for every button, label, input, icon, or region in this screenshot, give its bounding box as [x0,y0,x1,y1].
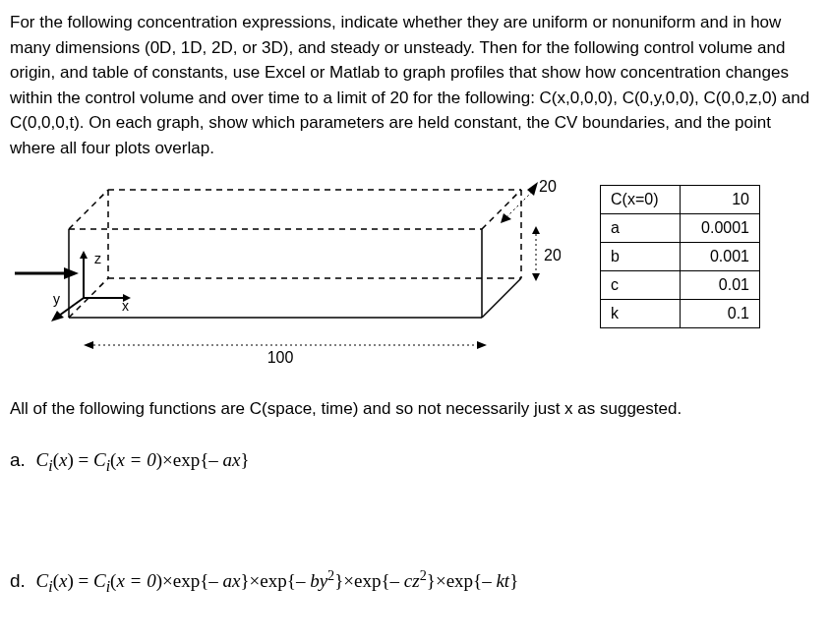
svg-line-23 [506,193,531,217]
eq-d-t4: kt [496,570,509,591]
const-value: 0.001 [681,243,760,271]
eq-d-rhs-c: C [93,570,106,591]
const-value: 10 [681,186,760,214]
svg-marker-13 [64,267,79,279]
eq-d-lhs-arg: x [59,570,67,591]
eq-a-rhs-sub: i [106,456,110,473]
eq-a-rhs-c: C [93,449,106,470]
table-row: C(x=0) 10 [601,186,760,214]
control-volume-diagram: 100 20 20 z x y [10,180,561,367]
svg-marker-25 [527,182,538,196]
const-value: 0.1 [681,300,760,328]
constants-table: C(x=0) 10 a 0.0001 b 0.001 c 0.01 k 0.1 [600,185,760,328]
equation-a: a. Ci(x) = Ci(x = 0)×exp{– ax} [10,446,820,478]
eq-d-lhs-sub: i [48,578,52,595]
eq-a-rhs-cond: x = 0 [116,449,155,470]
cv-box-icon: 100 20 20 z x y [10,180,561,367]
svg-line-9 [482,278,521,318]
svg-line-7 [69,190,108,229]
const-label: c [601,271,681,300]
svg-line-8 [482,190,521,229]
const-value: 0.0001 [681,214,760,243]
eq-a-label: a. [10,449,26,470]
x-axis-label: x [122,298,129,314]
svg-marker-22 [477,341,487,349]
eq-d-rhs-cond: x = 0 [116,570,155,591]
const-label: k [601,300,681,328]
dim-length-label: 100 [267,349,294,366]
eq-a-lhs-arg: x [59,449,67,470]
table-row: c 0.01 [601,271,760,300]
svg-marker-28 [532,273,540,281]
eq-a-lhs-c: C [36,449,49,470]
figure-row: 100 20 20 z x y C(x=0) 10 a 0.0001 b [10,180,820,367]
eq-d-t1: ax [223,570,241,591]
table-row: b 0.001 [601,243,760,271]
table-row: a 0.0001 [601,214,760,243]
svg-marker-17 [80,251,88,259]
table-row: k 0.1 [601,300,760,328]
intro-paragraph: For the following concentration expressi… [10,10,820,160]
eq-d-rhs-sub: i [106,578,110,595]
const-label: C(x=0) [601,186,681,214]
equation-d: d. Ci(x) = Ci(x = 0)×exp{– ax}×exp{– by2… [10,565,820,599]
eq-d-t2: by [310,570,327,591]
dim-depth-label: 20 [539,180,557,195]
eq-a-lhs-sub: i [48,456,52,473]
note-paragraph: All of the following functions are C(spa… [10,396,820,422]
const-label: a [601,214,681,243]
const-label: b [601,243,681,271]
y-axis-label: y [53,291,60,307]
svg-marker-27 [532,226,540,234]
const-value: 0.01 [681,271,760,300]
svg-marker-21 [84,341,93,349]
z-axis-label: z [94,251,101,266]
eq-d-t3: cz [404,570,420,591]
dim-height-label: 20 [544,247,561,263]
eq-d-lhs-c: C [36,570,49,591]
eq-a-t1: ax [223,449,241,470]
eq-d-label: d. [10,570,26,591]
svg-marker-24 [501,213,511,223]
